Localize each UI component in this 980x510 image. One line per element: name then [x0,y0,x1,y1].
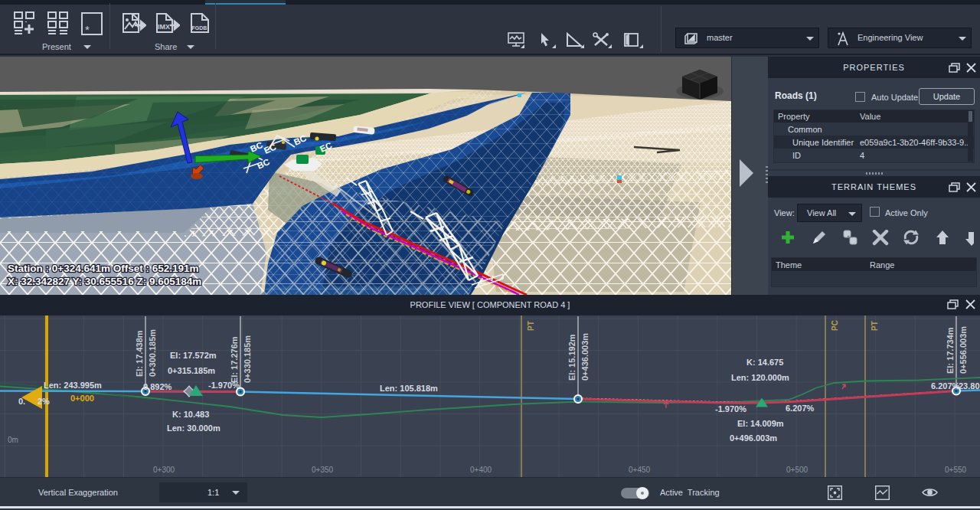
svg-text:El: 17.438m: El: 17.438m [135,330,144,377]
svg-text:PC: PC [831,320,839,331]
svg-text:FGDB: FGDB [192,25,207,31]
svg-text:El: 17.276m: El: 17.276m [230,336,239,383]
svg-text:0+300.185m: 0+300.185m [148,329,157,377]
svg-text:IMX: IMX [158,23,170,31]
svg-text:El: 15.192m: El: 15.192m [567,334,577,381]
svg-text:Station : 0+324.641m Offset :: Station : 0+324.641m Offset : 652.191m [8,263,199,274]
svg-text:PT: PT [871,321,879,331]
svg-text:El: 17.734m: El: 17.734m [946,327,955,374]
svg-text:*: * [85,23,90,36]
svg-text:0+330.185m: 0+330.185m [243,335,252,383]
svg-text:0+556.003m: 0+556.003m [959,326,968,374]
svg-text:0+436.003m: 0+436.003m [580,333,590,381]
svg-text:X: 32.342827 Y: 30.655516 Z: 9: X: 32.342827 Y: 30.655516 Z: 9.605184m [8,276,201,287]
svg-text:PT: PT [527,321,535,331]
